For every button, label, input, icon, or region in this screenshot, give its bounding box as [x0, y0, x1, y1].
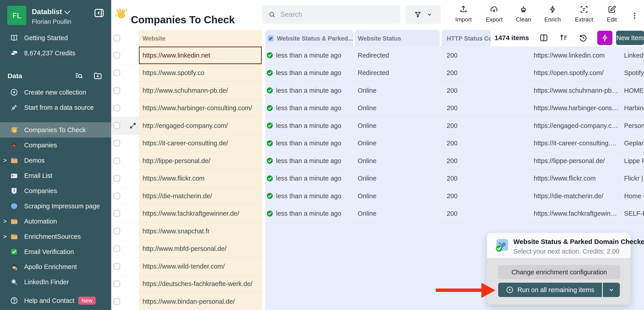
cell-final-url[interactable]: https://www.fachkraftgewin… [534, 210, 617, 217]
row-checkbox[interactable] [114, 280, 120, 287]
cell-final-url[interactable]: https://open.spotify.com/ [534, 69, 604, 77]
cell-http-code[interactable]: 200 [447, 192, 458, 200]
cell-http-code[interactable]: 200 [447, 139, 458, 147]
cell-page-title[interactable]: Persona [624, 122, 644, 129]
change-config-button[interactable]: Change enrichment configuration [498, 265, 620, 279]
export-button[interactable]: Export [481, 5, 508, 27]
table-row[interactable]: https://it-career-consulting.de/ less th… [111, 135, 644, 152]
cell-final-url[interactable]: https://www.linkedin.com [534, 52, 605, 59]
row-checkbox[interactable] [114, 122, 120, 129]
cell-website[interactable]: https://www.wild-tender.com/ [142, 262, 224, 270]
cell-final-url[interactable]: https://engaged-company.c… [534, 122, 618, 129]
cell-page-title[interactable]: Harbing [624, 104, 644, 112]
select-all-checkbox[interactable] [114, 35, 120, 41]
history-button[interactable] [578, 33, 588, 43]
sidebar-item-credits[interactable]: 8,674,237 Credits [0, 46, 111, 61]
cell-website-status[interactable]: Online [358, 87, 376, 94]
search-box[interactable] [262, 5, 400, 24]
cell-website[interactable]: http://engaged-company.com/ [142, 122, 228, 129]
cell-website-status[interactable]: Online [358, 157, 376, 165]
cell-website[interactable]: https://www.fachkraftgewinner.de/ [142, 210, 239, 217]
sidebar-item-demos[interactable]: > Demos [0, 153, 111, 168]
row-checkbox[interactable] [114, 228, 120, 235]
column-header-status[interactable]: Website Status [355, 30, 440, 47]
row-checkbox[interactable] [114, 105, 120, 111]
cell-page-title[interactable]: HOME | [624, 87, 644, 94]
extract-button[interactable]: Extract [571, 5, 598, 27]
more-menu-button[interactable] [630, 9, 640, 22]
cell-website[interactable]: https://www.bindan-personal.de/ [142, 298, 235, 305]
cell-final-url[interactable]: https://it-career-consulting.… [534, 139, 617, 147]
edit-button[interactable]: Edit [598, 5, 625, 27]
run-options-button[interactable] [602, 283, 620, 297]
cell-http-code[interactable]: 200 [447, 104, 458, 112]
cell-website[interactable]: http://lippe-personal.de/ [142, 157, 210, 165]
cell-enrichment-status[interactable]: less than a minute ago [266, 69, 341, 77]
cell-http-code[interactable]: 200 [447, 157, 458, 165]
row-checkbox[interactable] [114, 193, 120, 199]
row-checkbox[interactable] [114, 69, 120, 76]
cell-http-code[interactable]: 200 [447, 175, 458, 182]
cell-website-status[interactable]: Online [358, 122, 376, 129]
cell-enrichment-status[interactable]: less than a minute ago [266, 52, 341, 59]
search-input[interactable] [280, 10, 388, 19]
cell-website[interactable]: https://www.linkedin.net [142, 52, 210, 59]
cell-final-url[interactable]: https://die-matcherin.de/ [534, 192, 603, 200]
row-checkbox[interactable] [114, 210, 120, 217]
cell-final-url[interactable]: https://lippe-personal.de/ [534, 157, 605, 165]
cell-website-status[interactable]: Online [358, 192, 376, 200]
sidebar-item-email-verification[interactable]: Email Verification [0, 244, 111, 259]
cell-website[interactable]: https://www.harbinger-consulting.com/ [142, 104, 252, 112]
sidebar-item-apollo-enrichment[interactable]: Apollo Enrichment [0, 259, 111, 274]
sidebar-item-companies[interactable]: Companies [0, 137, 111, 153]
cell-enrichment-status[interactable]: less than a minute ago [266, 122, 341, 129]
chevron-right-icon[interactable]: > [3, 218, 7, 225]
cell-enrichment-status[interactable]: less than a minute ago [266, 104, 341, 112]
sidebar-item-email-list[interactable]: Email List [0, 168, 111, 183]
chevron-right-icon[interactable]: > [3, 233, 7, 240]
cell-http-code[interactable]: 200 [447, 87, 458, 94]
sidebar-item-automation[interactable]: > Automation [0, 214, 111, 229]
table-row[interactable]: https://www.harbinger-consulting.com/ le… [111, 99, 644, 117]
search-collections-icon[interactable] [74, 71, 84, 80]
sidebar-collapse-button[interactable] [93, 7, 105, 19]
cell-page-title[interactable]: SELF-R [624, 210, 644, 217]
cell-enrichment-status[interactable]: less than a minute ago [266, 139, 341, 147]
cell-page-title[interactable]: Geplant [624, 139, 644, 147]
quick-enrich-button[interactable] [597, 31, 612, 45]
cell-enrichment-status[interactable]: less than a minute ago [266, 192, 341, 200]
cell-website[interactable]: https://deutsches-fachkraefte-werk.de/ [142, 280, 252, 288]
sidebar-item-companies-to-check[interactable]: Companies To Check [0, 122, 111, 137]
column-header-website[interactable]: Website [142, 35, 166, 42]
cell-website[interactable]: http://www.schuhmann-pb.de/ [142, 87, 228, 94]
cell-website-status[interactable]: Online [358, 104, 376, 112]
table-row[interactable]: http://www.schuhmann-pb.de/ less than a … [111, 82, 644, 99]
cell-enrichment-status[interactable]: less than a minute ago [266, 210, 341, 217]
cell-website[interactable]: https://www.flickr.com [142, 175, 204, 182]
expand-row-icon[interactable] [129, 122, 137, 129]
cell-http-code[interactable]: 200 [447, 69, 458, 77]
table-row[interactable]: http://lippe-personal.de/ less than a mi… [111, 152, 644, 170]
cell-website-status[interactable]: Online [358, 139, 376, 147]
cell-page-title[interactable]: Lippe P [624, 157, 644, 165]
cell-final-url[interactable]: https://www.schuhmann-pb… [534, 87, 618, 94]
row-checkbox[interactable] [114, 245, 120, 252]
new-item-button[interactable]: New Item [616, 31, 644, 45]
run-all-button[interactable]: Run on all remaining items [498, 283, 602, 297]
add-folder-icon[interactable] [93, 71, 102, 80]
sidebar-item-companies-2[interactable]: Companies [0, 183, 111, 199]
cell-page-title[interactable]: LinkedI [624, 52, 644, 59]
cell-website[interactable]: https://die-matcherin.de/ [142, 192, 212, 200]
table-row[interactable]: https://www.spotify.co less than a minut… [111, 64, 644, 82]
cell-http-code[interactable]: 200 [447, 122, 458, 129]
import-button[interactable]: Import [450, 5, 477, 27]
cell-final-url[interactable]: https://www.flickr.com [534, 175, 596, 182]
cell-page-title[interactable]: Spotify [624, 69, 644, 77]
cell-website[interactable]: http://www.mbfd-personal.de/ [142, 245, 226, 252]
table-row[interactable]: https://www.linkedin.net less than a min… [111, 47, 644, 64]
cell-enrichment-status[interactable]: less than a minute ago [266, 175, 341, 182]
row-checkbox[interactable] [114, 263, 120, 270]
cell-website-status[interactable]: Redirected [358, 52, 389, 59]
row-checkbox[interactable] [114, 52, 120, 59]
sidebar-item-data-source[interactable]: Start from a data source [0, 100, 111, 115]
